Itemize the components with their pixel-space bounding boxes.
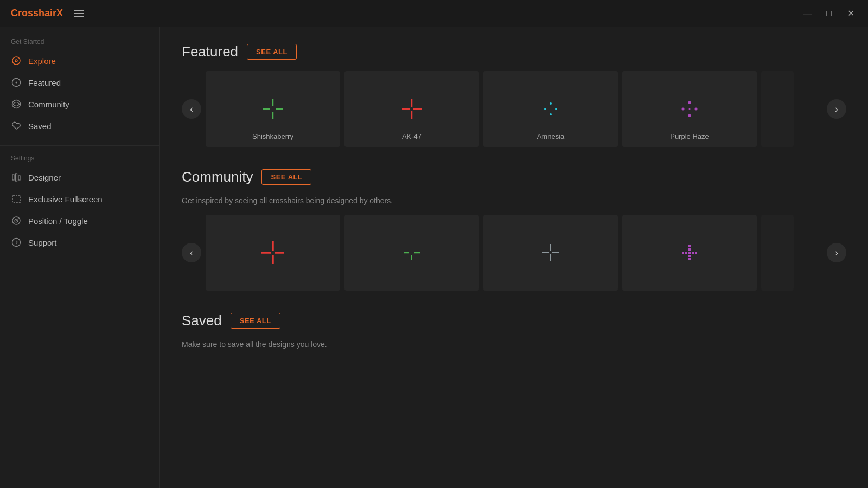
- sidebar-item-explore[interactable]: Explore: [0, 50, 159, 72]
- svg-rect-44: [688, 255, 691, 257]
- saved-see-all-button[interactable]: SEE ALL: [231, 313, 280, 329]
- sidebar-item-position-toggle[interactable]: Position / Toggle: [0, 210, 159, 232]
- hamburger-line-1: [74, 10, 84, 11]
- featured-card-label-3: Purple Haze: [622, 132, 757, 140]
- featured-card-3[interactable]: Purple Haze: [622, 71, 757, 147]
- support-icon: [11, 237, 22, 248]
- svg-rect-50: [688, 252, 691, 254]
- sidebar-item-support[interactable]: Support: [0, 232, 159, 253]
- community-card-1[interactable]: [344, 215, 479, 291]
- svg-point-3: [16, 82, 17, 84]
- featured-icon: [11, 77, 22, 88]
- main-layout: Get Started Explore Featured: [0, 27, 868, 488]
- community-subtitle: Get inspired by seeing all crosshairs be…: [182, 196, 846, 205]
- community-see-all-button[interactable]: SEE ALL: [261, 169, 311, 185]
- community-title: Community: [182, 169, 253, 185]
- crosshair-ak47: [401, 98, 423, 120]
- svg-point-11: [16, 220, 17, 221]
- crosshair-purple-haze: [679, 98, 700, 120]
- featured-next-button[interactable]: ›: [827, 99, 846, 119]
- featured-section: Featured SEE ALL ‹ Shishka: [182, 43, 846, 147]
- get-started-label: Get Started: [0, 38, 159, 50]
- hamburger-menu[interactable]: [74, 10, 84, 17]
- hamburger-line-3: [74, 16, 84, 17]
- community-prev-button[interactable]: ‹: [182, 243, 201, 262]
- sidebar-divider: [0, 145, 159, 146]
- svg-point-23: [550, 113, 552, 115]
- svg-point-30: [689, 108, 691, 110]
- sidebar-item-designer[interactable]: Designer: [0, 166, 159, 188]
- community-section: Community SEE ALL Get inspired by seeing…: [182, 169, 846, 291]
- community-header: Community SEE ALL: [182, 169, 846, 185]
- title-bar: CrosshairX — □ ✕: [0, 0, 868, 27]
- svg-point-28: [682, 108, 685, 111]
- community-crosshair-2: [540, 242, 561, 264]
- close-button[interactable]: ✕: [844, 7, 857, 20]
- svg-point-25: [555, 108, 557, 110]
- featured-cards-wrapper: ‹ Shishkaberry: [182, 71, 846, 147]
- saved-icon: [11, 120, 22, 131]
- svg-point-12: [12, 239, 21, 247]
- community-cards-wrapper: ‹: [182, 215, 846, 291]
- featured-see-all-button[interactable]: SEE ALL: [247, 44, 297, 60]
- sidebar-label-position: Position / Toggle: [28, 216, 88, 226]
- designer-icon: [11, 172, 22, 183]
- saved-subtitle: Make sure to save all the designs you lo…: [182, 340, 846, 349]
- sidebar-label-fullscreen: Exclusive Fullscreen: [28, 195, 103, 204]
- sidebar-item-featured[interactable]: Featured: [0, 72, 159, 93]
- sidebar: Get Started Explore Featured: [0, 27, 160, 488]
- svg-rect-47: [685, 252, 687, 254]
- app-title: CrosshairX: [11, 8, 63, 19]
- sidebar-item-community[interactable]: Community: [0, 93, 159, 115]
- featured-cards-container: Shishkaberry AK-47: [206, 71, 822, 147]
- minimize-button[interactable]: —: [801, 7, 814, 20]
- featured-prev-button[interactable]: ‹: [182, 99, 201, 119]
- community-cards-container: [206, 215, 822, 291]
- featured-card-label-0: Shishkaberry: [206, 132, 340, 140]
- sidebar-label-designer: Designer: [28, 173, 61, 182]
- svg-point-22: [550, 102, 552, 105]
- community-icon: [11, 99, 22, 110]
- svg-point-26: [688, 101, 691, 104]
- svg-rect-42: [688, 245, 691, 247]
- content-area: Featured SEE ALL ‹ Shishka: [160, 27, 868, 488]
- settings-label: Settings: [0, 155, 159, 166]
- sidebar-label-support: Support: [28, 238, 57, 247]
- featured-card-label-1: AK-47: [344, 132, 479, 140]
- community-next-button[interactable]: ›: [827, 243, 846, 262]
- sidebar-item-saved[interactable]: Saved: [0, 115, 159, 137]
- sidebar-label-saved: Saved: [28, 121, 52, 131]
- sidebar-item-exclusive-fullscreen[interactable]: Exclusive Fullscreen: [0, 188, 159, 210]
- sidebar-label-explore: Explore: [28, 56, 56, 66]
- svg-rect-43: [688, 248, 691, 251]
- svg-rect-8: [12, 195, 20, 203]
- crosshair-amnesia: [540, 98, 561, 120]
- window-controls: — □ ✕: [801, 7, 857, 20]
- saved-title: Saved: [182, 312, 222, 329]
- community-crosshair-1: [398, 239, 425, 266]
- svg-point-0: [12, 57, 20, 65]
- svg-point-27: [688, 114, 691, 117]
- crosshair-shishkaberry: [262, 98, 284, 120]
- svg-rect-49: [695, 252, 697, 254]
- maximize-button[interactable]: □: [822, 7, 835, 20]
- saved-header: Saved SEE ALL: [182, 312, 846, 329]
- featured-card-2[interactable]: Amnesia: [483, 71, 618, 147]
- featured-card-1[interactable]: AK-47: [344, 71, 479, 147]
- featured-card-4[interactable]: [761, 71, 794, 147]
- featured-header: Featured SEE ALL: [182, 43, 846, 60]
- position-icon: [11, 215, 22, 226]
- community-card-4[interactable]: [761, 215, 794, 291]
- saved-section: Saved SEE ALL Make sure to save all the …: [182, 312, 846, 349]
- svg-rect-46: [682, 252, 684, 254]
- community-card-0[interactable]: [206, 215, 340, 291]
- svg-rect-45: [688, 258, 691, 260]
- featured-title: Featured: [182, 43, 238, 60]
- community-card-2[interactable]: [483, 215, 618, 291]
- hamburger-line-2: [74, 13, 84, 14]
- featured-card-0[interactable]: Shishkaberry: [206, 71, 340, 147]
- fullscreen-icon: [11, 194, 22, 204]
- community-card-3[interactable]: [622, 215, 757, 291]
- svg-rect-7: [18, 176, 20, 180]
- featured-card-label-2: Amnesia: [483, 132, 618, 140]
